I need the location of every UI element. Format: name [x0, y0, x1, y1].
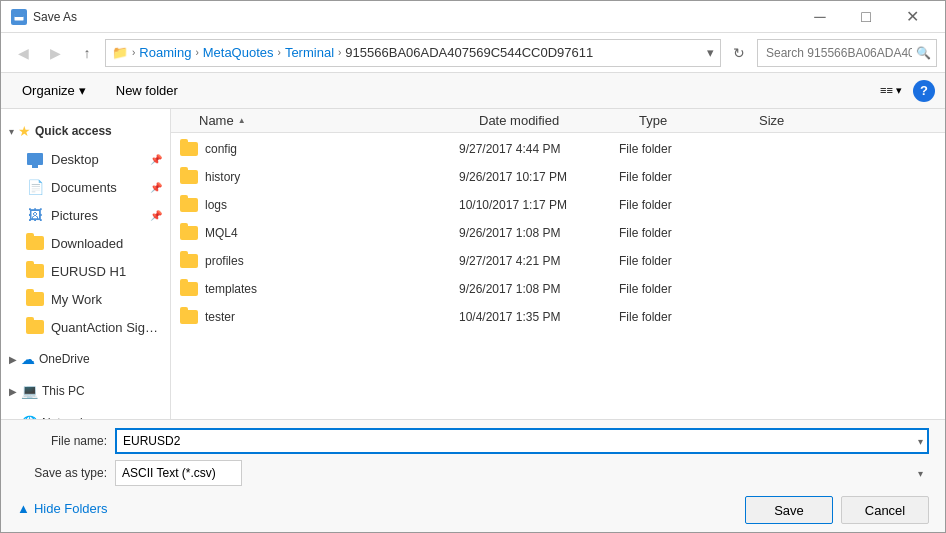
organize-button[interactable]: Organize ▾: [11, 78, 97, 104]
table-row[interactable]: logs 10/10/2017 1:17 PM File folder: [171, 191, 945, 219]
file-date-cell: 9/26/2017 1:08 PM: [459, 282, 619, 296]
maximize-button[interactable]: □: [843, 1, 889, 33]
filename-dropdown-icon[interactable]: ▾: [918, 436, 923, 447]
search-input[interactable]: [757, 39, 937, 67]
sidebar-item-eurusd[interactable]: EURUSD H1: [1, 257, 170, 285]
breadcrumb-sep3: ›: [278, 47, 281, 58]
table-row[interactable]: profiles 9/27/2017 4:21 PM File folder: [171, 247, 945, 275]
breadcrumb-roaming[interactable]: Roaming: [139, 45, 191, 60]
cancel-button[interactable]: Cancel: [841, 496, 929, 524]
table-row[interactable]: tester 10/4/2017 1:35 PM File folder: [171, 303, 945, 331]
sidebar-item-label: EURUSD H1: [51, 264, 162, 279]
sidebar-item-documents[interactable]: 📄 Documents 📌: [1, 173, 170, 201]
filetype-select-wrap: ASCII Text (*.csv) ▾: [115, 460, 929, 486]
sidebar-header-network[interactable]: ▶ 🌐 Network: [1, 409, 170, 419]
sidebar-header-quick-access[interactable]: ▾ ★ Quick access: [1, 117, 170, 145]
sidebar-item-label: Downloaded: [51, 236, 162, 251]
col-date-label: Date modified: [479, 113, 559, 128]
breadcrumb[interactable]: 📁 › Roaming › MetaQuotes › Terminal › 91…: [105, 39, 721, 67]
folder-icon: [179, 195, 199, 215]
dialog-title: Save As: [33, 10, 797, 24]
folder-icon: [179, 167, 199, 187]
file-type-cell: File folder: [619, 282, 739, 296]
forward-button[interactable]: ▶: [41, 39, 69, 67]
back-button[interactable]: ◀: [9, 39, 37, 67]
col-header-type[interactable]: Type: [639, 113, 759, 128]
dialog-buttons: Save Cancel: [745, 496, 929, 524]
filetype-select[interactable]: ASCII Text (*.csv): [115, 460, 242, 486]
thispc-chevron: ▶: [9, 386, 17, 397]
quick-access-label: Quick access: [35, 124, 112, 138]
new-folder-button[interactable]: New folder: [105, 78, 189, 104]
col-header-size[interactable]: Size: [759, 113, 839, 128]
up-button[interactable]: ↑: [73, 39, 101, 67]
navigation-toolbar: ◀ ▶ ↑ 📁 › Roaming › MetaQuotes › Termina…: [1, 33, 945, 73]
thispc-icon: 💻: [21, 383, 38, 399]
hide-folders-button[interactable]: ▲ Hide Folders: [17, 497, 108, 520]
filetype-label: Save as type:: [17, 466, 107, 480]
filetype-row: Save as type: ASCII Text (*.csv) ▾: [17, 460, 929, 486]
view-button[interactable]: ≡≡ ▾: [877, 78, 905, 104]
downloaded-icon: [25, 233, 45, 253]
sidebar-item-downloaded[interactable]: Downloaded: [1, 229, 170, 257]
sidebar-item-label: QuantAction Signal: [51, 320, 162, 335]
file-type-cell: File folder: [619, 198, 739, 212]
sidebar-section-onedrive: ▶ ☁ OneDrive: [1, 345, 170, 373]
onedrive-chevron: ▶: [9, 354, 17, 365]
file-date-cell: 9/26/2017 10:17 PM: [459, 170, 619, 184]
title-bar: Save As ─ □ ✕: [1, 1, 945, 33]
folder-icon: [179, 139, 199, 159]
sidebar-section-network: ▶ 🌐 Network: [1, 409, 170, 419]
hide-folders-chevron: ▲: [17, 501, 30, 516]
sidebar-item-desktop[interactable]: Desktop 📌: [1, 145, 170, 173]
sidebar-header-onedrive[interactable]: ▶ ☁ OneDrive: [1, 345, 170, 373]
save-button[interactable]: Save: [745, 496, 833, 524]
col-header-name[interactable]: Name ▲: [199, 113, 479, 128]
file-date-cell: 9/26/2017 1:08 PM: [459, 226, 619, 240]
table-row[interactable]: templates 9/26/2017 1:08 PM File folder: [171, 275, 945, 303]
breadcrumb-terminal[interactable]: Terminal: [285, 45, 334, 60]
svg-rect-1: [14, 14, 24, 17]
file-list-header: Name ▲ Date modified Type Size: [171, 109, 945, 133]
folder-icon: [179, 223, 199, 243]
col-type-label: Type: [639, 113, 667, 128]
close-button[interactable]: ✕: [889, 1, 935, 33]
filename-input[interactable]: [115, 428, 929, 454]
thispc-label: This PC: [42, 384, 85, 398]
minimize-button[interactable]: ─: [797, 1, 843, 33]
sidebar: ▾ ★ Quick access Desktop 📌 📄 Document: [1, 109, 171, 419]
onedrive-label: OneDrive: [39, 352, 90, 366]
col-header-date[interactable]: Date modified: [479, 113, 639, 128]
pin-icon: 📌: [150, 182, 162, 193]
sidebar-item-quantaction[interactable]: QuantAction Signal: [1, 313, 170, 341]
pin-icon: 📌: [150, 154, 162, 165]
pictures-icon: 🖼: [25, 205, 45, 225]
folder-icon: [179, 279, 199, 299]
table-row[interactable]: config 9/27/2017 4:44 PM File folder: [171, 135, 945, 163]
sort-arrow: ▲: [238, 116, 246, 125]
hide-folders-label: Hide Folders: [34, 501, 108, 516]
table-row[interactable]: history 9/26/2017 10:17 PM File folder: [171, 163, 945, 191]
sidebar-item-label: Desktop: [51, 152, 144, 167]
file-type-cell: File folder: [619, 142, 739, 156]
file-name-cell: MQL4: [205, 226, 459, 240]
sidebar-header-thispc[interactable]: ▶ 💻 This PC: [1, 377, 170, 405]
sidebar-item-mywork[interactable]: My Work: [1, 285, 170, 313]
file-type-cell: File folder: [619, 254, 739, 268]
breadcrumb-metaquotes[interactable]: MetaQuotes: [203, 45, 274, 60]
refresh-button[interactable]: ↻: [725, 39, 753, 67]
sidebar-item-pictures[interactable]: 🖼 Pictures 📌: [1, 201, 170, 229]
breadcrumb-sep: ›: [132, 47, 135, 58]
file-date-cell: 10/4/2017 1:35 PM: [459, 310, 619, 324]
file-type-cell: File folder: [619, 170, 739, 184]
file-name-cell: tester: [205, 310, 459, 324]
pin-icon: 📌: [150, 210, 162, 221]
breadcrumb-dropdown[interactable]: ▾: [707, 45, 714, 60]
file-list: config 9/27/2017 4:44 PM File folder his…: [171, 133, 945, 419]
file-date-cell: 10/10/2017 1:17 PM: [459, 198, 619, 212]
breadcrumb-guid[interactable]: 915566BA06ADA407569C544CC0D97611: [345, 45, 593, 60]
table-row[interactable]: MQL4 9/26/2017 1:08 PM File folder: [171, 219, 945, 247]
search-wrap: 🔍: [757, 39, 937, 67]
select-arrow-icon: ▾: [918, 468, 923, 479]
help-button[interactable]: ?: [913, 80, 935, 102]
